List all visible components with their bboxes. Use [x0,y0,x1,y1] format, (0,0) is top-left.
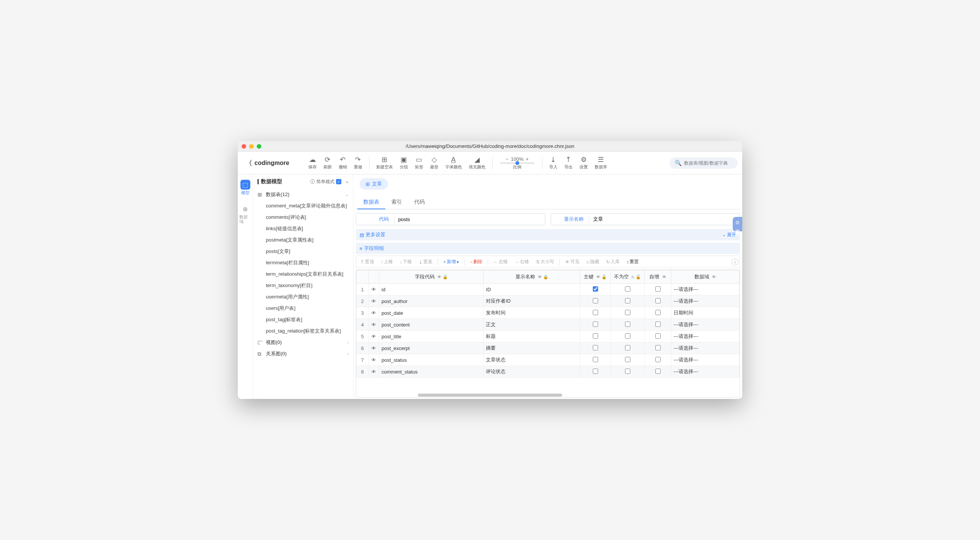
pk-checkbox[interactable] [593,298,598,303]
zoom-slider[interactable] [500,163,535,164]
btn-down[interactable]: ↓ 下移 [397,257,415,267]
sidebar-table-item[interactable]: postmeta[文章属性表] [255,234,352,246]
rail-domain[interactable]: ⊕ 数据域 [238,202,253,226]
group-button[interactable]: ▣分组 [397,154,411,172]
subtab-data[interactable]: 数据表 [357,196,385,209]
undo-button[interactable]: ↶撤销 [336,154,350,172]
sidebar-table-item[interactable]: users[用户表] [255,303,352,314]
info-button[interactable]: i [732,259,738,265]
btn-hidden[interactable]: ⦸ 隐藏 [583,257,602,267]
btn-reset[interactable]: ↕ 重置 [624,257,642,267]
search-input[interactable] [684,160,732,166]
cell-domain[interactable]: ---请选择--- [671,319,740,331]
diamond-button[interactable]: ◇菱形 [427,154,441,172]
pk-checkbox[interactable] [593,334,598,338]
pk-checkbox[interactable] [593,310,598,315]
sidebar-table-item[interactable]: comments[评论表] [255,211,352,223]
notnull-checkbox[interactable] [625,286,630,292]
horizontal-scrollbar[interactable] [418,394,562,397]
cell-domain[interactable]: ---请选择--- [671,295,740,307]
sidebar-table-item[interactable]: post_tag_relation[标签文章关系表] [255,326,352,337]
table-row[interactable]: 4👁post_content正文---请选择--- [356,319,740,331]
group-diagrams[interactable]: ⧉ 关系图(0) ‹ [255,348,352,359]
cell-name[interactable]: 摘要 [484,342,580,354]
notnull-checkbox[interactable] [625,345,630,350]
back-button[interactable]: 〈 codingmore [242,157,293,169]
cell-name[interactable]: 正文 [484,319,580,331]
eye-icon[interactable]: 👁 [369,284,379,295]
cell-name[interactable]: 评论状态 [484,366,580,378]
table-row[interactable]: 3👁post_date发布时间日期时间 [356,307,740,319]
table-row[interactable]: 2👁post_author对应作者ID---请选择--- [356,295,740,307]
fill-color-button[interactable]: ◢填充颜色 [466,154,488,172]
sidebar-table-item[interactable]: term_taxonomy[栏目] [255,280,352,291]
cell-domain[interactable]: ---请选择--- [671,284,740,295]
pk-checkbox[interactable] [593,345,598,350]
rail-model[interactable]: ⬚ 模型 [238,178,253,197]
export-button[interactable]: ⤒导出 [561,154,576,172]
close-button[interactable] [242,144,246,149]
zoom-control[interactable]: − 100% + 比例 [500,156,535,170]
minimize-button[interactable] [249,144,254,149]
cell-domain[interactable]: 日期时间 [671,307,740,319]
autoinc-checkbox[interactable] [655,286,661,292]
cell-domain[interactable]: ---请选择--- [671,331,740,342]
autoinc-checkbox[interactable] [655,310,661,315]
active-tab[interactable]: ⊞ 文章 [360,178,388,190]
save-button[interactable]: ☁︎保存 [305,154,320,172]
cell-name[interactable]: 文章状态 [484,354,580,366]
cell-code[interactable]: post_status [379,354,484,366]
new-table-button[interactable]: ⊞新建空表 [373,154,396,172]
btn-tostore[interactable]: ↻ 入库 [603,257,623,267]
eye-icon[interactable]: 👁 [369,366,379,378]
field-library-button[interactable]: ⊟字段库 [733,217,742,231]
rect-button[interactable]: ▭矩形 [412,154,426,172]
btn-visible[interactable]: 👁 可见 [562,257,582,267]
btn-add[interactable]: + 新增 ▾ [440,257,462,267]
autoinc-checkbox[interactable] [655,322,661,327]
autoinc-checkbox[interactable] [655,298,661,303]
autoinc-checkbox[interactable] [655,334,661,338]
btn-delete[interactable]: − 删除 [467,257,485,267]
autoinc-checkbox[interactable] [655,345,661,350]
btn-left[interactable]: ← 左移 [490,257,511,267]
sidebar-table-item[interactable]: termmeta[栏目属性] [255,257,352,268]
eye-icon[interactable]: 👁 [369,354,379,366]
cell-code[interactable]: post_author [379,295,484,307]
pk-checkbox[interactable] [593,322,598,327]
btn-bottom[interactable]: ⤓ 置底 [416,257,435,267]
redo-button[interactable]: ↷重做 [351,154,365,172]
pk-checkbox[interactable] [593,286,598,292]
cell-code[interactable]: post_excerpt [379,342,484,354]
sidebar-table-item[interactable]: post_tag[标签表] [255,314,352,326]
eye-icon[interactable]: 👁 [369,331,379,342]
cell-name[interactable]: 发布时间 [484,307,580,319]
cell-code[interactable]: comment_status [379,366,484,378]
table-row[interactable]: 1👁idID---请选择--- [356,284,740,295]
sidebar-table-item[interactable]: term_relationships[文章栏目关系表] [255,268,352,280]
notnull-checkbox[interactable] [625,310,630,315]
zoom-in-icon[interactable]: + [526,156,529,162]
cell-domain[interactable]: ---请选择--- [671,366,740,378]
autoinc-checkbox[interactable] [655,357,661,362]
cell-name[interactable]: 标题 [484,331,580,342]
sidebar-table-item[interactable]: usermeta[用户属性] [255,291,352,303]
group-views[interactable]: ⫍ 视图(0) ‹ [255,337,352,348]
btn-top[interactable]: ⤒ 置顶 [357,257,377,267]
cell-name[interactable]: ID [484,284,580,295]
expand-button[interactable]: ⌄ 展开 [722,232,736,238]
eye-icon[interactable]: 👁 [369,307,379,319]
group-tables[interactable]: ⊞ 数据表(12) ⌄ [255,189,352,200]
cell-code[interactable]: post_title [379,331,484,342]
notnull-checkbox[interactable] [625,322,630,327]
notnull-checkbox[interactable] [625,357,630,362]
sidebar-table-item[interactable]: comment_meta[文章评论额外信息表] [255,200,352,211]
sidebar-table-item[interactable]: links[链接信息表] [255,223,352,234]
sidebar-table-item[interactable]: posts[文章] [255,246,352,257]
font-color-button[interactable]: A字体颜色 [442,154,465,172]
table-row[interactable]: 8👁comment_status评论状态---请选择--- [356,366,740,378]
pk-checkbox[interactable] [593,357,598,362]
simple-mode-toggle[interactable]: ⓘ 简单模式 ✓ [310,179,341,185]
settings-button[interactable]: ⚙设置 [576,154,591,172]
notnull-checkbox[interactable] [625,368,630,374]
